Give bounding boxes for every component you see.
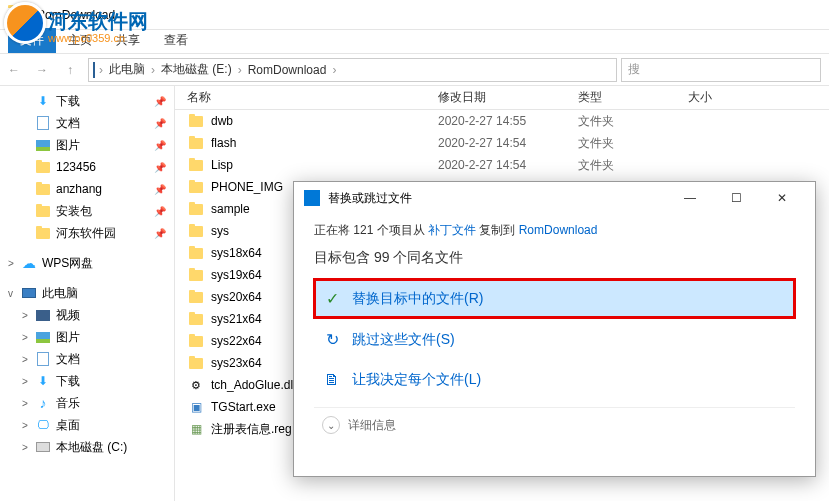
sidebar-item[interactable]: >♪音乐 <box>0 392 174 414</box>
sidebar-item-label: anzhang <box>56 182 102 196</box>
col-name[interactable]: 名称 <box>175 89 430 106</box>
sidebar-item[interactable]: >本地磁盘 (C:) <box>0 436 174 458</box>
chevron-right-icon: › <box>328 63 340 77</box>
pin-icon: 📌 <box>154 162 166 173</box>
watermark-logo: 河东软件网 www.pc0359.cn <box>0 0 200 50</box>
folder-icon <box>187 292 205 303</box>
chevron-right-icon: › <box>147 63 159 77</box>
expand-icon: v <box>8 288 20 299</box>
detail-toggle[interactable]: ⌄ 详细信息 <box>314 407 795 442</box>
compare-icon: 🗎 <box>322 371 342 389</box>
up-button[interactable]: ↑ <box>56 58 84 82</box>
sidebar-item-label: 音乐 <box>56 395 80 412</box>
sidebar-item[interactable]: 图片📌 <box>0 134 174 156</box>
file-name: sys <box>211 224 229 238</box>
sidebar-item-label: 123456 <box>56 160 96 174</box>
sidebar-item[interactable]: >文档 <box>0 348 174 370</box>
expand-icon: > <box>8 258 20 269</box>
minimize-button[interactable]: — <box>667 183 713 213</box>
sidebar-item-label: 图片 <box>56 137 80 154</box>
logo-text: 河东软件网 <box>48 8 148 35</box>
col-date[interactable]: 修改日期 <box>430 89 570 106</box>
file-name: Lisp <box>211 158 233 172</box>
pin-icon: 📌 <box>154 140 166 151</box>
option-replace[interactable]: ✓ 替换目标中的文件(R) <box>314 279 795 318</box>
breadcrumb-pc[interactable]: 此电脑 <box>107 61 147 78</box>
pin-icon: 📌 <box>154 118 166 129</box>
sidebar-item-label: 文档 <box>56 115 80 132</box>
sidebar-item-label: 本地磁盘 (C:) <box>56 439 127 456</box>
file-row[interactable]: flash2020-2-27 14:54文件夹 <box>175 132 829 154</box>
file-name: 注册表信息.reg <box>211 421 292 438</box>
pc-icon <box>20 285 38 301</box>
back-button[interactable]: ← <box>0 58 28 82</box>
reg-icon: ▦ <box>187 422 205 436</box>
file-type: 文件夹 <box>570 113 680 130</box>
sidebar-item[interactable]: >图片 <box>0 326 174 348</box>
sidebar-item[interactable]: ⬇下载📌 <box>0 90 174 112</box>
folder-icon <box>187 270 205 281</box>
file-row[interactable]: Lisp2020-2-27 14:54文件夹 <box>175 154 829 176</box>
dest-link[interactable]: RomDownload <box>519 223 598 237</box>
folder-icon <box>34 181 52 197</box>
maximize-button[interactable]: ☐ <box>713 183 759 213</box>
dll-icon: ⚙ <box>187 379 205 392</box>
dialog-title: 替换或跳过文件 <box>328 190 412 207</box>
expand-icon: > <box>22 442 34 453</box>
file-date: 2020-2-27 14:54 <box>430 136 570 150</box>
sidebar-item[interactable]: 文档📌 <box>0 112 174 134</box>
sidebar-item-label: 视频 <box>56 307 80 324</box>
sidebar-item[interactable]: 河东软件园📌 <box>0 222 174 244</box>
sidebar-item[interactable]: >☁WPS网盘 <box>0 252 174 274</box>
pin-icon: 📌 <box>154 96 166 107</box>
folder-icon <box>187 160 205 171</box>
sidebar-item[interactable]: 123456📌 <box>0 156 174 178</box>
sidebar-item[interactable]: 安装包📌 <box>0 200 174 222</box>
dialog-titlebar: 替换或跳过文件 — ☐ ✕ <box>294 182 815 214</box>
file-row[interactable]: dwb2020-2-27 14:55文件夹 <box>175 110 829 132</box>
chevron-right-icon: › <box>95 63 107 77</box>
doc-icon <box>34 351 52 367</box>
download-icon: ⬇ <box>34 93 52 109</box>
column-headers: 名称 修改日期 类型 大小 <box>175 86 829 110</box>
close-button[interactable]: ✕ <box>759 183 805 213</box>
forward-button[interactable]: → <box>28 58 56 82</box>
music-icon: ♪ <box>34 395 52 411</box>
file-name: sys19x64 <box>211 268 262 282</box>
search-input[interactable]: 搜 <box>621 58 821 82</box>
option-decide-label: 让我决定每个文件(L) <box>352 371 481 389</box>
dialog-info: 正在将 121 个项目从 补丁文件 复制到 RomDownload <box>314 222 795 239</box>
sidebar-item[interactable]: >视频 <box>0 304 174 326</box>
detail-label: 详细信息 <box>348 417 396 434</box>
sidebar-item[interactable]: anzhang📌 <box>0 178 174 200</box>
breadcrumb-folder[interactable]: RomDownload <box>246 63 329 77</box>
address-bar: ← → ↑ › 此电脑 › 本地磁盘 (E:) › RomDownload › … <box>0 54 829 86</box>
sidebar-item[interactable]: v此电脑 <box>0 282 174 304</box>
sidebar-item[interactable]: >⬇下载 <box>0 370 174 392</box>
sidebar-item-label: 桌面 <box>56 417 80 434</box>
option-replace-label: 替换目标中的文件(R) <box>352 290 483 308</box>
folder-icon <box>187 182 205 193</box>
folder-icon <box>34 225 52 241</box>
pin-icon: 📌 <box>154 206 166 217</box>
file-name: sys21x64 <box>211 312 262 326</box>
option-decide[interactable]: 🗎 让我决定每个文件(L) <box>314 361 795 399</box>
expand-icon: > <box>22 398 34 409</box>
file-type: 文件夹 <box>570 135 680 152</box>
col-type[interactable]: 类型 <box>570 89 680 106</box>
pin-icon: 📌 <box>154 228 166 239</box>
file-name: TGStart.exe <box>211 400 276 414</box>
img-icon <box>34 329 52 345</box>
folder-icon <box>187 116 205 127</box>
sidebar-item-label: 图片 <box>56 329 80 346</box>
breadcrumb-disk[interactable]: 本地磁盘 (E:) <box>159 61 234 78</box>
folder-icon <box>187 314 205 325</box>
col-size[interactable]: 大小 <box>680 89 760 106</box>
exe-icon: ▣ <box>187 400 205 414</box>
logo-icon <box>4 2 46 44</box>
option-skip[interactable]: ↻ 跳过这些文件(S) <box>314 320 795 359</box>
copy-icon <box>304 190 320 206</box>
source-link[interactable]: 补丁文件 <box>428 223 476 237</box>
sidebar-item[interactable]: >🖵桌面 <box>0 414 174 436</box>
breadcrumb-box[interactable]: › 此电脑 › 本地磁盘 (E:) › RomDownload › <box>88 58 617 82</box>
